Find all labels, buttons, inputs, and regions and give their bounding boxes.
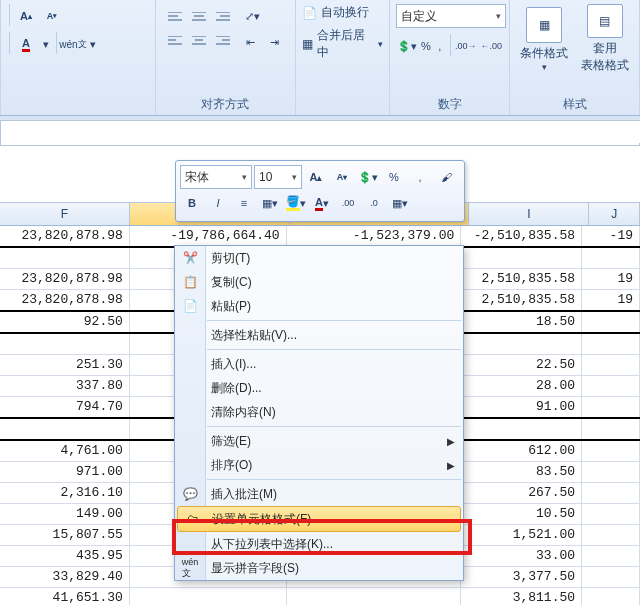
mini-shrink-font-icon[interactable]: A▾ xyxy=(330,165,354,189)
mini-align-center-icon[interactable]: ≡ xyxy=(232,191,256,215)
cell[interactable]: 971.00 xyxy=(0,462,130,482)
menu-clear[interactable]: 清除内容(N) xyxy=(175,400,463,424)
mini-bold-icon[interactable]: B xyxy=(180,191,204,215)
increase-decimal-icon[interactable]: .00→ xyxy=(454,34,478,58)
align-left-icon[interactable] xyxy=(162,28,188,54)
phonetic-more-icon[interactable]: ▾ xyxy=(87,32,99,56)
cell[interactable]: 2,510,835.58 xyxy=(461,290,582,310)
cell[interactable]: 41,651.30 xyxy=(0,588,130,605)
cell[interactable]: 10.50 xyxy=(461,504,582,524)
wrap-text-button[interactable]: 📄 自动换行 xyxy=(302,4,384,21)
orientation-icon[interactable]: ⤢▾ xyxy=(238,4,266,28)
cell[interactable]: 33,829.40 xyxy=(0,567,130,587)
menu-pick-from-list[interactable]: 从下拉列表中选择(K)... xyxy=(175,532,463,556)
cell[interactable]: 3,811.50 xyxy=(461,588,582,605)
cell[interactable]: 15,807.55 xyxy=(0,525,130,545)
cell[interactable] xyxy=(0,334,130,354)
cell[interactable] xyxy=(582,483,640,503)
align-top-left-icon[interactable] xyxy=(162,4,188,30)
col-header-f[interactable]: F xyxy=(0,203,130,225)
cell[interactable]: 19 xyxy=(582,269,640,289)
cell[interactable]: 2,510,835.58 xyxy=(461,269,582,289)
menu-cut[interactable]: ✂️剪切(T) xyxy=(175,246,463,270)
mini-currency-icon[interactable]: 💲▾ xyxy=(356,165,380,189)
decrease-indent-icon[interactable]: ⇤ xyxy=(238,30,262,54)
cell[interactable] xyxy=(582,462,640,482)
cell[interactable]: -2,510,835.58 xyxy=(461,226,582,246)
align-top-right-icon[interactable] xyxy=(210,4,236,30)
cell[interactable]: 28.00 xyxy=(461,376,582,396)
cell[interactable]: 267.50 xyxy=(461,483,582,503)
cell[interactable]: 2,316.10 xyxy=(0,483,130,503)
cell[interactable]: 23,820,878.98 xyxy=(0,226,130,246)
formula-input[interactable] xyxy=(1,121,640,143)
currency-icon[interactable]: 💲▾ xyxy=(396,34,418,58)
cell[interactable] xyxy=(461,334,582,354)
font-color-icon[interactable]: A xyxy=(14,32,38,56)
cell[interactable] xyxy=(582,312,640,332)
cell[interactable] xyxy=(582,567,640,587)
decrease-font-icon[interactable]: A▾ xyxy=(40,4,64,28)
cell[interactable] xyxy=(582,419,640,439)
menu-format-cells[interactable]: 🗂设置单元格格式(F)... xyxy=(177,506,461,532)
cell[interactable]: 3,377.50 xyxy=(461,567,582,587)
cell[interactable]: 91.00 xyxy=(461,397,582,417)
cell[interactable]: 149.00 xyxy=(0,504,130,524)
decrease-decimal-icon[interactable]: ←.00 xyxy=(480,34,504,58)
mini-font-color-icon[interactable]: A▾ xyxy=(310,191,334,215)
conditional-format-button[interactable]: ▦ 条件格式 ▾ xyxy=(516,4,573,74)
cell[interactable] xyxy=(0,248,130,268)
cell[interactable]: -19 xyxy=(582,226,640,246)
mini-format-painter-icon[interactable]: 🖌 xyxy=(434,165,458,189)
cell[interactable]: 612.00 xyxy=(461,441,582,461)
merge-center-button[interactable]: ▦ 合并后居中 ▾ xyxy=(302,27,384,61)
cell[interactable] xyxy=(582,525,640,545)
cell[interactable] xyxy=(461,419,582,439)
col-header-i[interactable]: I xyxy=(469,203,589,225)
format-table-button[interactable]: ▤ 套用 表格格式 xyxy=(577,4,634,74)
cell[interactable] xyxy=(461,248,582,268)
cell[interactable] xyxy=(582,588,640,605)
menu-copy[interactable]: 📋复制(C) xyxy=(175,270,463,294)
cell[interactable] xyxy=(582,441,640,461)
cell[interactable]: 794.70 xyxy=(0,397,130,417)
phonetic-icon[interactable]: wén文 xyxy=(61,32,85,56)
mini-percent-icon[interactable]: % xyxy=(382,165,406,189)
cell[interactable] xyxy=(130,588,287,605)
increase-font-icon[interactable]: A▴ xyxy=(14,4,38,28)
menu-paste[interactable]: 📄粘贴(P) xyxy=(175,294,463,318)
cell[interactable]: 19 xyxy=(582,290,640,310)
align-right-icon[interactable] xyxy=(210,28,236,54)
cell[interactable] xyxy=(582,248,640,268)
cell[interactable]: -19,786,664.40 xyxy=(130,226,287,246)
cell[interactable] xyxy=(582,397,640,417)
cell[interactable]: -1,523,379.00 xyxy=(287,226,462,246)
mini-grow-font-icon[interactable]: A▴ xyxy=(304,165,328,189)
cell[interactable]: 251.30 xyxy=(0,355,130,375)
cell[interactable] xyxy=(287,588,462,605)
cell[interactable]: 23,820,878.98 xyxy=(0,269,130,289)
mini-increase-decimal-icon[interactable]: .0 xyxy=(362,191,386,215)
mini-merge-icon[interactable]: ▦▾ xyxy=(388,191,412,215)
mini-decrease-decimal-icon[interactable]: .00 xyxy=(336,191,360,215)
cell[interactable]: 337.80 xyxy=(0,376,130,396)
cell[interactable]: 1,521.00 xyxy=(461,525,582,545)
menu-delete[interactable]: 删除(D)... xyxy=(175,376,463,400)
mini-italic-icon[interactable]: I xyxy=(206,191,230,215)
align-center-icon[interactable] xyxy=(186,28,212,54)
mini-comma-icon[interactable]: , xyxy=(408,165,432,189)
menu-filter[interactable]: 筛选(E)▶ xyxy=(175,429,463,453)
col-header-j[interactable]: J xyxy=(589,203,640,225)
cell[interactable] xyxy=(582,546,640,566)
cell[interactable]: 22.50 xyxy=(461,355,582,375)
menu-insert-comment[interactable]: 💬插入批注(M) xyxy=(175,482,463,506)
cell[interactable]: 23,820,878.98 xyxy=(0,290,130,310)
cell[interactable] xyxy=(582,355,640,375)
mini-font-combo[interactable]: 宋体▾ xyxy=(180,165,252,189)
font-color-more-icon[interactable]: ▾ xyxy=(40,32,52,56)
menu-paste-special[interactable]: 选择性粘贴(V)... xyxy=(175,323,463,347)
mini-fill-icon[interactable]: 🪣▾ xyxy=(284,191,308,215)
mini-border-icon[interactable]: ▦▾ xyxy=(258,191,282,215)
cell[interactable]: 4,761.00 xyxy=(0,441,130,461)
comma-icon[interactable]: , xyxy=(434,34,446,58)
